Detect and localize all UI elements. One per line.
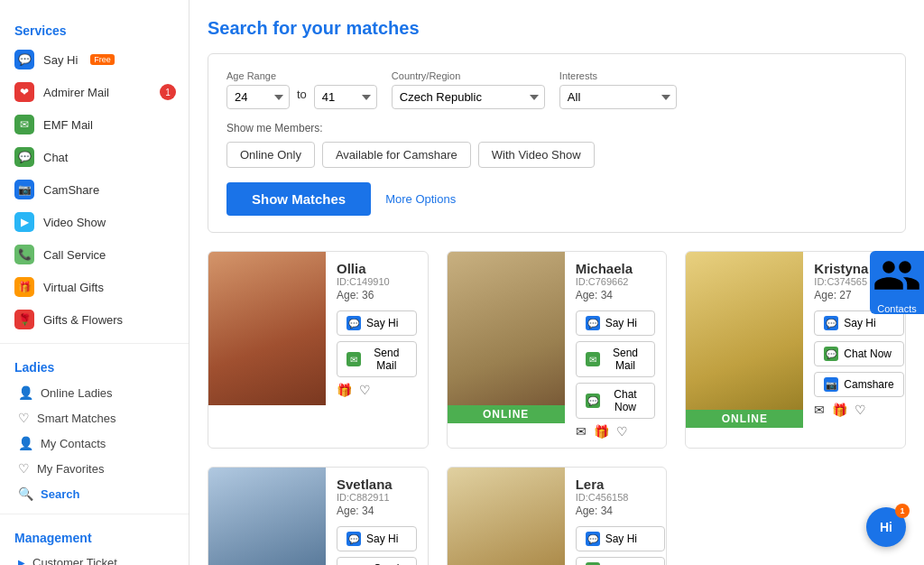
toggle-available-camshare[interactable]: Available for Camshare <box>322 142 471 168</box>
profiles-grid: Ollia ID:C149910 Age: 36 💬 Say Hi ✉ Send… <box>208 251 906 565</box>
svetlana-info: Svetlana ID:C882911 Age: 34 💬 Say Hi ✉ S… <box>326 468 428 565</box>
ollia-photo <box>208 252 326 405</box>
kristyna-camshare-icon: 📷 <box>824 377 838 392</box>
kristyna-icons-row: ✉ 🎁 ♡ <box>814 403 903 417</box>
sidebar-divider-1 <box>0 343 189 344</box>
ollia-say-hi-btn[interactable]: 💬 Say Hi <box>337 310 417 336</box>
kristyna-chat-label: Chat Now <box>844 347 892 360</box>
svetlana-name: Svetlana <box>337 477 417 492</box>
hi-bubble-button[interactable]: Hi 1 <box>866 507 906 547</box>
sidebar-item-my-favorites[interactable]: ♡ My Favorites <box>0 456 189 481</box>
kristyna-say-hi-label: Say Hi <box>844 317 875 329</box>
contacts-people-icon <box>873 251 921 300</box>
ollia-id: ID:C149910 <box>337 276 417 287</box>
sidebar-item-online-ladies[interactable]: 👤 Online Ladies <box>0 380 189 405</box>
michaela-send-mail-icon: ✉ <box>586 352 600 366</box>
sidebar-item-customer-ticket[interactable]: ▶ Customer Ticket <box>0 551 189 565</box>
michaela-age: Age: 34 <box>576 289 656 301</box>
lera-age: Age: 34 <box>576 505 665 517</box>
management-section-title: Management <box>0 522 189 551</box>
contacts-floating-button[interactable]: Contacts <box>870 251 924 314</box>
country-label: Country/Region <box>392 70 545 81</box>
age-from-select[interactable]: 242530 <box>226 85 290 109</box>
sidebar-item-camshare[interactable]: 📷 CamShare <box>0 173 189 206</box>
age-to-select[interactable]: 414550 <box>314 85 377 109</box>
lera-photo: ONLINE <box>448 468 565 565</box>
michaela-send-mail-btn[interactable]: ✉ Send Mail <box>576 341 656 377</box>
customer-ticket-label: Customer Ticket <box>32 556 117 565</box>
ollia-send-mail-btn[interactable]: ✉ Send Mail <box>337 341 417 377</box>
michaela-name: Michaela <box>576 261 656 276</box>
svetlana-say-hi-btn[interactable]: 💬 Say Hi <box>337 526 417 551</box>
free-badge: Free <box>90 54 115 65</box>
my-contacts-icon: 👤 <box>18 436 33 450</box>
michaela-photo: ONLINE <box>448 252 565 423</box>
smart-matches-label: Smart Matches <box>37 412 116 425</box>
svetlana-photo: ONLINE <box>208 468 326 565</box>
lera-say-hi-icon: 💬 <box>586 532 600 546</box>
kristyna-chat-now-btn[interactable]: 💬 Chat Now <box>814 341 903 366</box>
kristyna-mail-icon[interactable]: ✉ <box>814 403 825 417</box>
age-range-group: Age Range 242530 to 414550 <box>226 70 377 109</box>
michaela-chat-icon: 💬 <box>586 394 600 408</box>
sidebar-item-my-contacts[interactable]: 👤 My Contacts <box>0 431 189 456</box>
camshare-icon: 📷 <box>14 180 34 199</box>
admirer-mail-badge: 1 <box>160 84 176 100</box>
emf-mail-label: EMF Mail <box>43 118 93 132</box>
gifts-flowers-icon: 🌹 <box>14 310 34 329</box>
ollia-gift-icon[interactable]: 🎁 <box>337 383 352 397</box>
sidebar-item-search[interactable]: 🔍 Search <box>0 481 189 506</box>
kristyna-camshare-btn[interactable]: 📷 Camshare <box>814 372 903 397</box>
sidebar-divider-2 <box>0 514 189 514</box>
toggle-online-only[interactable]: Online Only <box>226 142 315 168</box>
sidebar-item-video-show[interactable]: ▶ Video Show <box>0 206 189 238</box>
sidebar-item-virtual-gifts[interactable]: 🎁 Virtual Gifts <box>0 271 189 303</box>
ollia-heart-icon[interactable]: ♡ <box>359 383 371 397</box>
sidebar-item-emf-mail[interactable]: ✉ EMF Mail <box>0 108 189 141</box>
michaela-say-hi-btn[interactable]: 💬 Say Hi <box>576 310 656 336</box>
sidebar-item-call-service[interactable]: 📞 Call Service <box>0 238 189 271</box>
michaela-mail-icon[interactable]: ✉ <box>576 424 587 439</box>
sidebar-item-say-hi[interactable]: 💬 Say Hi Free <box>0 43 189 76</box>
call-service-label: Call Service <box>43 248 106 262</box>
kristyna-heart-icon[interactable]: ♡ <box>855 403 866 417</box>
lera-say-hi-btn[interactable]: 💬 Say Hi <box>576 526 665 551</box>
michaela-chat-now-btn[interactable]: 💬 Chat Now <box>576 383 656 419</box>
to-text: to <box>297 88 307 101</box>
svetlana-say-hi-label: Say Hi <box>366 533 398 545</box>
online-ladies-label: Online Ladies <box>41 386 113 400</box>
michaela-gift-icon[interactable]: 🎁 <box>594 424 609 439</box>
interests-select[interactable]: All Travel Music <box>559 85 677 109</box>
show-matches-button[interactable]: Show Matches <box>226 182 371 216</box>
michaela-info: Michaela ID:C769662 Age: 34 💬 Say Hi ✉ S… <box>565 252 667 448</box>
profile-card-ollia: Ollia ID:C149910 Age: 36 💬 Say Hi ✉ Send… <box>208 251 429 449</box>
ollia-name: Ollia <box>337 261 417 276</box>
sidebar-item-gifts-flowers[interactable]: 🌹 Gifts & Flowers <box>0 303 189 336</box>
sidebar-item-admirer-mail[interactable]: ❤ Admirer Mail 1 <box>0 76 189 108</box>
kristyna-say-hi-btn[interactable]: 💬 Say Hi <box>814 310 903 336</box>
smart-matches-icon: ♡ <box>18 411 30 425</box>
action-row: Show Matches More Options <box>226 182 887 216</box>
kristyna-camshare-label: Camshare <box>844 378 893 391</box>
ollia-info: Ollia ID:C149910 Age: 36 💬 Say Hi ✉ Send… <box>326 252 428 406</box>
online-ladies-icon: 👤 <box>18 385 33 400</box>
kristyna-chat-icon: 💬 <box>824 347 838 361</box>
svetlana-send-mail-btn[interactable]: ✉ Send Mail <box>337 557 417 565</box>
page-title: Search for your matches <box>208 18 906 39</box>
sidebar-item-smart-matches[interactable]: ♡ Smart Matches <box>0 405 189 431</box>
my-favorites-icon: ♡ <box>18 461 30 476</box>
more-options-link[interactable]: More Options <box>385 192 456 206</box>
kristyna-online-badge: ONLINE <box>686 410 803 428</box>
lera-chat-now-btn[interactable]: 💬 Chat Now <box>576 557 665 565</box>
sidebar-item-chat[interactable]: 💬 Chat <box>0 141 189 173</box>
send-mail-btn-icon: ✉ <box>346 352 361 366</box>
interests-group: Interests All Travel Music <box>559 70 677 109</box>
my-contacts-label: My Contacts <box>41 437 106 450</box>
michaela-heart-icon[interactable]: ♡ <box>616 424 628 439</box>
chat-icon: 💬 <box>14 147 34 167</box>
kristyna-gift-icon[interactable]: 🎁 <box>832 403 847 417</box>
country-select[interactable]: Czech Republic Russia Ukraine <box>392 85 545 109</box>
michaela-chat-label: Chat Now <box>605 388 646 413</box>
hi-bubble-label: Hi <box>880 520 892 534</box>
toggle-with-video-show[interactable]: With Video Show <box>478 142 595 168</box>
